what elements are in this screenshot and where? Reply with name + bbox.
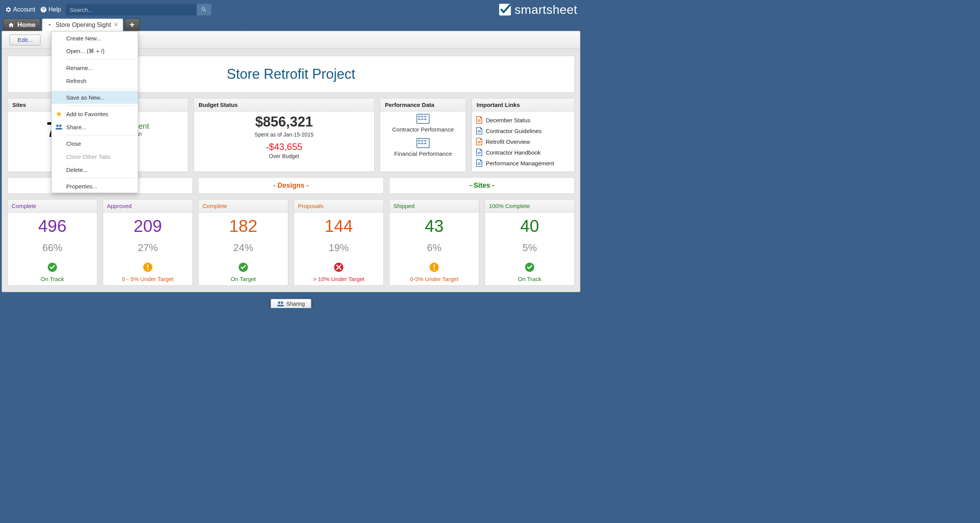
warning-circle-icon (143, 262, 153, 272)
metric-title: 100% Complete (485, 200, 574, 213)
performance-panel: Performance Data Contractor Performance … (380, 98, 466, 172)
close-tab-icon[interactable]: × (114, 21, 118, 29)
links-header: Important Links (472, 98, 574, 112)
sharing-button[interactable]: Sharing (271, 299, 311, 308)
brand: smartsheet (498, 2, 577, 17)
menu-delete[interactable]: Delete... (52, 163, 138, 176)
metric-pct: 5% (487, 242, 572, 254)
link-item[interactable]: December Status (476, 115, 570, 125)
ppt-doc-icon (476, 138, 483, 145)
svg-rect-20 (478, 132, 481, 133)
metric-card: Complete 496 66% On Track (7, 199, 97, 286)
metric-status-text: 0 - 5% Under Target (105, 276, 190, 282)
menu-open[interactable]: Open... (⌘ + /) (52, 45, 138, 58)
help-label: Help (48, 6, 61, 13)
link-item[interactable]: Contractor Guidelines (476, 125, 570, 136)
menu-close-other: Close Other Tabs (52, 150, 138, 163)
metric-title: Proposals (294, 200, 383, 213)
metric-status-text: On Track (487, 276, 572, 282)
metric-card: Proposals 144 19% > 10% Under Target (294, 199, 384, 286)
gear-icon (5, 6, 12, 13)
svg-rect-25 (478, 163, 481, 163)
home-icon (8, 22, 14, 28)
budget-over: Over Budget (199, 153, 370, 159)
menu-properties[interactable]: Properties... (52, 180, 138, 193)
dashboard-icon (416, 114, 430, 124)
link-label: December Status (486, 117, 530, 123)
tab-active[interactable]: Store Opening Sight × (42, 18, 123, 31)
metric-title: Complete (8, 200, 97, 213)
menu-create-new[interactable]: Create New... (52, 32, 138, 45)
menu-save-as-new[interactable]: Save as New... (52, 91, 138, 104)
metric-title: Shipped (390, 200, 479, 213)
section-sites: - Sites - (389, 177, 575, 194)
search-input[interactable] (66, 4, 197, 15)
metric-card: Approved 209 27% 0 - 5% Under Target (103, 199, 193, 286)
sharing-label: Sharing (286, 301, 305, 307)
menu-separator (66, 59, 135, 60)
svg-rect-13 (424, 140, 426, 142)
metric-value: 43 (392, 217, 477, 236)
menu-separator (66, 105, 135, 106)
menu-refresh[interactable]: Refresh (52, 74, 138, 87)
link-item[interactable]: Retrofit Overview (476, 136, 570, 147)
svg-rect-6 (424, 116, 426, 117)
svg-rect-16 (424, 143, 426, 144)
svg-rect-17 (478, 120, 481, 120)
menu-rename[interactable]: Rename... (52, 61, 138, 74)
tab-add[interactable]: + (125, 18, 140, 31)
brand-logo-icon (498, 2, 512, 17)
metric-title: Approved (103, 200, 192, 213)
perf-contractor-link[interactable]: Contractor Performance (383, 126, 463, 133)
budget-asof: Spent as of Jan-15-2015 (199, 132, 370, 138)
svg-rect-4 (418, 116, 420, 117)
link-label: Contractor Handbook (486, 149, 541, 156)
word-doc-icon (476, 127, 483, 135)
metric-value: 144 (296, 217, 381, 236)
link-item[interactable]: Performance Management (476, 158, 570, 168)
metric-pct: 6% (392, 242, 477, 254)
svg-rect-11 (418, 140, 420, 142)
search-button[interactable] (197, 4, 211, 15)
metric-value: 182 (201, 217, 286, 236)
search-icon (201, 7, 207, 13)
chevron-down-icon[interactable] (47, 22, 52, 28)
word-doc-icon (476, 148, 483, 156)
svg-rect-15 (421, 143, 423, 144)
svg-rect-8 (421, 118, 423, 120)
metric-pct: 27% (105, 242, 190, 254)
metric-pct: 19% (296, 242, 381, 254)
metric-status-text: On Track (10, 276, 95, 282)
svg-rect-24 (478, 153, 481, 154)
edit-button[interactable]: Edit... (10, 35, 40, 45)
metric-card: 100% Complete 40 5% On Track (485, 199, 575, 286)
people-icon (277, 301, 284, 306)
warning-circle-icon (429, 262, 439, 272)
metric-status-text: On Target (201, 276, 286, 282)
svg-point-2 (59, 125, 62, 127)
help-link[interactable]: Help (40, 6, 61, 13)
metric-value: 209 (105, 217, 190, 236)
links-panel: Important Links December Status Contract… (472, 98, 575, 172)
word-doc-icon (476, 159, 483, 167)
svg-rect-14 (418, 143, 420, 144)
menu-share[interactable]: Share... (52, 120, 138, 133)
svg-rect-5 (421, 116, 423, 117)
metric-status-text: > 10% Under Target (296, 276, 381, 282)
menu-add-favorites[interactable]: Add to Favorites (52, 107, 138, 120)
svg-rect-18 (478, 121, 481, 122)
menu-separator (66, 135, 135, 135)
ppt-doc-icon (476, 116, 483, 124)
tab-home[interactable]: Home (3, 18, 40, 31)
svg-rect-12 (421, 140, 423, 142)
svg-rect-19 (478, 130, 481, 131)
menu-separator (66, 178, 135, 178)
link-item[interactable]: Contractor Handbook (476, 147, 570, 158)
check-circle-icon (47, 262, 57, 272)
perf-financial-link[interactable]: Financial Performance (383, 150, 463, 157)
svg-rect-26 (478, 164, 481, 165)
account-label: Account (13, 6, 35, 13)
link-label: Performance Management (486, 160, 554, 167)
account-link[interactable]: Account (5, 6, 35, 13)
menu-close[interactable]: Close (52, 137, 138, 150)
